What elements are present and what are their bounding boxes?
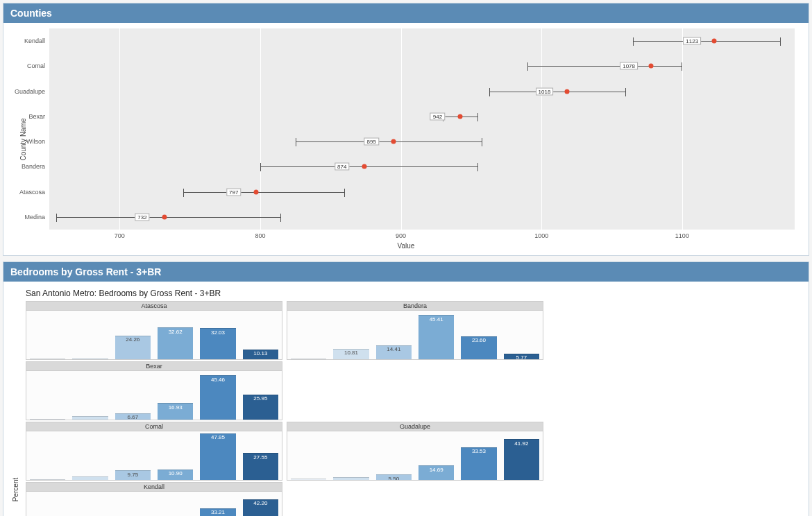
gridline: [119, 28, 120, 230]
bar-value-label: 5.77: [516, 354, 527, 360]
facet-plot: 10.8114.4145.4123.605.77: [287, 310, 543, 360]
gridline: [401, 28, 402, 230]
county-label: Bexar: [28, 113, 45, 120]
x-tick: 1000: [534, 232, 548, 239]
facet-plot: 5.5014.6933.5341.92: [287, 431, 543, 481]
bar-value-label: 23.60: [472, 337, 486, 343]
bar-value-label: 10.81: [344, 350, 358, 356]
ci-point: [712, 39, 717, 44]
county-label: Comal: [27, 62, 45, 69]
facet-header: Comal: [26, 422, 282, 431]
bar: [72, 416, 108, 420]
counties-x-axis-label: Value: [10, 242, 802, 250]
ci-point: [457, 114, 462, 119]
facet-header: Kendall: [26, 482, 282, 491]
bar: [291, 359, 327, 359]
bar: [30, 359, 66, 359]
bar-value-label: 45.41: [430, 316, 443, 322]
facet-plot: 6.6716.9345.4625.95: [26, 370, 282, 420]
bar-value-label: 33.21: [211, 509, 225, 515]
ci-value-label: 942: [430, 112, 445, 120]
bedrooms-subtitle: San Antonio Metro: Bedrooms by Gross Ren…: [26, 289, 802, 298]
bar-value-label: 25.95: [253, 395, 267, 402]
facet-header: Bandera: [287, 301, 543, 310]
bar-value-label: 9.75: [128, 472, 139, 478]
bar-value-label: 14.41: [387, 346, 400, 352]
facet-kendall: Kendall10.0714.5333.2142.20Less $300$300…: [26, 482, 282, 516]
counties-panel: Counties County Name 70080090010001100Ke…: [3, 3, 809, 256]
facet-atascosa: Atascosa0102030405024.2632.6232.0310.13: [26, 301, 282, 360]
bar-value-label: 5.50: [389, 476, 400, 481]
bar: [72, 359, 108, 359]
bedrooms-y-axis-label: Percent: [12, 478, 19, 501]
gridline: [682, 28, 683, 230]
ci-range: [489, 92, 626, 92]
ci-value-label: 895: [364, 138, 379, 146]
facet-header: Atascosa: [26, 301, 282, 310]
facet-grid: Atascosa0102030405024.2632.6232.0310.13B…: [26, 301, 802, 516]
facet-plot: 010203040509.7510.9047.8527.55: [26, 431, 282, 481]
bedrooms-body: Percent San Antonio Metro: Bedrooms by G…: [3, 282, 809, 516]
facet-guadalupe: Guadalupe5.5014.6933.5341.92: [287, 422, 543, 481]
counties-header: Counties: [3, 3, 809, 23]
ci-range: [183, 192, 345, 193]
ci-value-label: 1123: [683, 37, 701, 45]
facet-bexar: Bexar6.6716.9345.4625.95: [26, 361, 282, 420]
ci-value-label: 1018: [536, 87, 554, 95]
county-label: Kendall: [24, 37, 45, 44]
bar-value-label: 6.67: [128, 414, 139, 420]
facet-header: Bexar: [26, 361, 282, 370]
bar-value-label: 27.55: [253, 454, 267, 461]
bar-value-label: 16.93: [169, 404, 183, 411]
x-tick: 700: [115, 232, 125, 239]
ci-point: [391, 139, 396, 144]
county-label: Guadalupe: [15, 88, 45, 95]
x-tick: 900: [396, 232, 406, 239]
x-tick: 800: [255, 232, 265, 239]
ci-value-label: 1078: [620, 62, 638, 70]
ci-range: [296, 141, 483, 142]
bar: [72, 476, 108, 480]
bar-value-label: 47.85: [211, 434, 225, 440]
bar-value-label: 32.62: [169, 329, 183, 335]
ci-point: [162, 214, 167, 219]
facet-plot: 0102030405024.2632.6232.0310.13: [26, 310, 282, 360]
ci-range: [527, 66, 682, 67]
x-tick: 1100: [675, 232, 689, 239]
county-label: Wilson: [26, 138, 45, 145]
ci-range: [260, 166, 478, 167]
county-label: Bandera: [22, 163, 45, 170]
county-label: Medina: [24, 214, 45, 221]
bar-value-label: 14.69: [430, 467, 443, 473]
ci-value-label: 874: [335, 163, 349, 171]
ci-point: [362, 164, 366, 169]
facet-bandera: Bandera10.8114.4145.4123.605.77: [287, 301, 543, 360]
counties-chart: 70080090010001100Kendall1123Comal1078Gua…: [49, 28, 795, 230]
county-label: Atascosa: [19, 189, 45, 196]
bar-value-label: 10.90: [169, 470, 183, 476]
bar-value-label: 32.03: [211, 329, 225, 336]
bar-value-label: 33.53: [472, 448, 486, 454]
bar: [30, 419, 66, 420]
facet-comal: Comal010203040509.7510.9047.8527.55: [26, 422, 282, 481]
bar-value-label: 41.92: [514, 440, 528, 447]
ci-point: [253, 189, 258, 194]
gridline: [260, 28, 261, 230]
ci-range: [56, 217, 281, 218]
ci-value-label: 732: [135, 213, 149, 221]
ci-value-label: 797: [226, 188, 241, 196]
facet-header: Guadalupe: [287, 422, 543, 431]
bedrooms-header: Bedrooms by Gross Rent - 3+BR: [3, 262, 809, 282]
bar-value-label: 24.26: [126, 336, 139, 343]
ci-point: [564, 89, 569, 94]
bedrooms-panel: Bedrooms by Gross Rent - 3+BR Percent Sa…: [3, 261, 809, 516]
ci-range: [633, 41, 781, 42]
counties-body: County Name 70080090010001100Kendall1123…: [3, 23, 809, 255]
bar-value-label: 42.20: [253, 500, 267, 506]
ci-point: [649, 64, 654, 69]
bar: [30, 479, 66, 480]
bar-value-label: 10.13: [253, 350, 267, 356]
gridline: [541, 28, 542, 230]
bar-value-label: 45.46: [211, 377, 225, 383]
bar: [333, 477, 369, 480]
